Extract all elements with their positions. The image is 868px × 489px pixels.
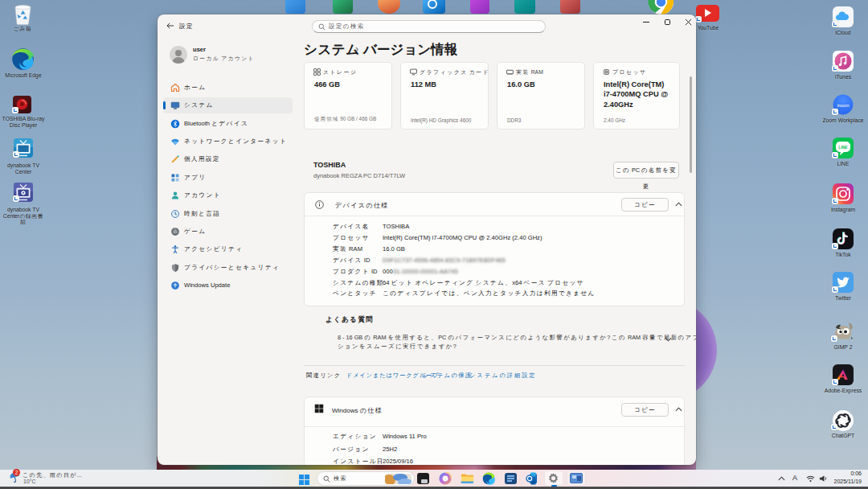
svg-text:zoom: zoom <box>837 102 849 108</box>
svg-text:LINE: LINE <box>838 145 848 150</box>
